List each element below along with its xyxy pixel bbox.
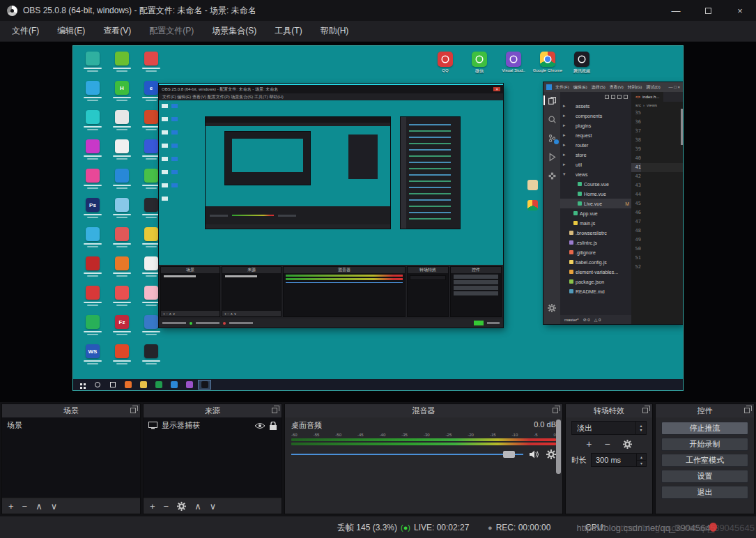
- desktop-icon-glyph: [115, 198, 129, 212]
- menu-item[interactable]: 帮助(H): [311, 25, 358, 37]
- desktop-icon: [78, 81, 107, 101]
- tree-item-label: plugins: [576, 123, 591, 128]
- lock-icon[interactable]: [270, 422, 277, 430]
- settings-gear-icon: [547, 303, 557, 313]
- volume-slider[interactable]: [291, 454, 523, 455]
- scenes-toolbar-button[interactable]: +: [8, 501, 14, 512]
- duration-spinbox[interactable]: 300 ms ▴ ▾: [591, 453, 647, 467]
- popout-icon[interactable]: [272, 408, 277, 413]
- sources-toolbar-button[interactable]: ∧: [194, 501, 201, 512]
- mixer-channel-name: 桌面音频: [291, 420, 322, 431]
- popout-icon[interactable]: [744, 408, 750, 413]
- menu-item[interactable]: 编辑(E): [48, 25, 94, 37]
- controls-panel: 控件 停止推流开始录制工作室模式设置退出: [655, 404, 755, 514]
- desktop-icon-glyph: H: [115, 81, 129, 95]
- scenes-toolbar-button[interactable]: ∨: [51, 501, 58, 512]
- spin-arrows-icon[interactable]: ▴ ▾: [636, 454, 646, 466]
- file-icon: [569, 172, 573, 176]
- menu-item[interactable]: 配置文件(P): [140, 25, 203, 37]
- captured-obs-menubar: 文件(F) 编辑(E) 查看(V) 配置文件(P) 场景集合(S) 工具(T) …: [159, 93, 503, 100]
- transitions-panel: 转场特效 淡出 ▴ ▾ + − 时长 300 ms ▴: [565, 404, 653, 514]
- mixer-gear-icon[interactable]: [546, 449, 556, 459]
- menu-item[interactable]: 文件(F): [3, 25, 48, 37]
- line-number: 43: [631, 181, 641, 190]
- file-icon: [569, 143, 573, 147]
- control-button[interactable]: 工作室模式: [661, 454, 748, 467]
- taskbar-app-icon: [137, 380, 150, 390]
- file-icon: [569, 123, 573, 128]
- taskbar-app-icon: [198, 380, 211, 390]
- window-title: OBS 25.0.8 (64-bit, windows) - 配置文件: 未命名…: [23, 5, 256, 17]
- duration-value: 300 ms: [596, 456, 621, 464]
- scene-item[interactable]: 场景: [2, 417, 140, 433]
- control-button[interactable]: 开始录制: [661, 438, 748, 451]
- popout-icon[interactable]: [642, 408, 648, 413]
- search-icon: [547, 114, 557, 124]
- minimize-button[interactable]: —: [660, 0, 692, 21]
- tree-item-label: README.md: [576, 289, 605, 294]
- scale-tick-label: -5: [534, 433, 537, 437]
- maximize-button[interactable]: [692, 0, 724, 21]
- speaker-icon[interactable]: [530, 450, 540, 459]
- scale-tick-label: -10: [512, 433, 518, 437]
- control-button[interactable]: 退出: [661, 486, 748, 499]
- tree-item-label: Home.vue: [584, 192, 606, 197]
- captured-panel-sources: 来源 + − ∧ ∨: [222, 266, 281, 317]
- visibility-eye-icon[interactable]: [254, 422, 265, 429]
- transition-properties-gear-icon[interactable]: [623, 440, 632, 449]
- remove-transition-button[interactable]: −: [605, 438, 610, 449]
- menu-item[interactable]: 查看(V): [94, 25, 140, 37]
- live-time: LIVE: 00:02:27: [414, 523, 469, 532]
- preview-area: H e: [0, 42, 756, 402]
- tree-item-label: .gitignore: [576, 250, 596, 255]
- sources-toolbar-button[interactable]: ∨: [210, 501, 217, 512]
- close-button[interactable]: ×: [724, 0, 756, 21]
- transition-select[interactable]: 淡出 ▴ ▾: [571, 421, 647, 435]
- rec-time: REC: 00:00:00: [496, 523, 551, 532]
- scale-tick-label: -55: [314, 433, 320, 437]
- vscode-statusbar: master* ⊘ 0 △ 0: [560, 315, 631, 324]
- chrome-icon: [527, 200, 538, 210]
- combo-arrows-icon[interactable]: ▴ ▾: [635, 422, 646, 434]
- volume-slider-knob[interactable]: [503, 451, 515, 458]
- desktop-icon: [107, 198, 137, 218]
- start-button-icon: [75, 380, 88, 390]
- menu-item[interactable]: 场景集合(S): [203, 25, 265, 37]
- tree-item: Live.vue M: [560, 199, 631, 208]
- scenes-toolbar-button[interactable]: ∧: [36, 501, 43, 512]
- tree-item: ▸ assets: [560, 101, 631, 111]
- source-item[interactable]: 显示器捕获: [144, 417, 281, 433]
- desktop-icon-glyph: [144, 227, 158, 241]
- popout-icon[interactable]: [553, 408, 558, 413]
- scenes-toolbar-button[interactable]: −: [22, 501, 28, 512]
- menu-item[interactable]: 工具(T): [265, 25, 311, 37]
- sources-toolbar-button[interactable]: +: [150, 501, 155, 512]
- tree-item-label: babel.config.js: [576, 260, 607, 265]
- mixer-scrollbar[interactable]: [556, 420, 561, 474]
- tree-item-label: Course.vue: [584, 182, 609, 187]
- desktop-icon: [107, 344, 137, 364]
- tree-item: ▸ components: [560, 111, 631, 121]
- desktop-icon-glyph: [115, 169, 129, 183]
- desktop-icon-glyph: [144, 198, 158, 212]
- captured-panel-transitions: 转场特效: [407, 266, 449, 317]
- display-capture-source[interactable]: H e: [73, 46, 683, 390]
- control-button[interactable]: 停止推流: [661, 422, 748, 435]
- debug-icon: [547, 152, 557, 162]
- add-transition-button[interactable]: +: [586, 438, 592, 449]
- vscode-menu-item: 选择(S): [592, 84, 605, 91]
- volume-meter-right: [291, 443, 556, 445]
- desktop-icon-glyph: [144, 256, 158, 270]
- desktop-icon-glyph: [86, 315, 100, 329]
- file-icon: [569, 270, 573, 274]
- rec-dot-icon: ●: [488, 523, 493, 532]
- control-button[interactable]: 设置: [661, 470, 748, 483]
- popout-icon[interactable]: [130, 408, 136, 413]
- sources-toolbar-button[interactable]: −: [164, 501, 169, 512]
- line-number: 40: [631, 154, 641, 163]
- folder-icon: [527, 180, 538, 190]
- desktop-icon-glyph: Fz: [115, 315, 129, 329]
- source-properties-gear-icon[interactable]: [177, 502, 186, 511]
- desktop-icon-glyph: [115, 227, 129, 241]
- taskbar-app-icon: [167, 380, 180, 390]
